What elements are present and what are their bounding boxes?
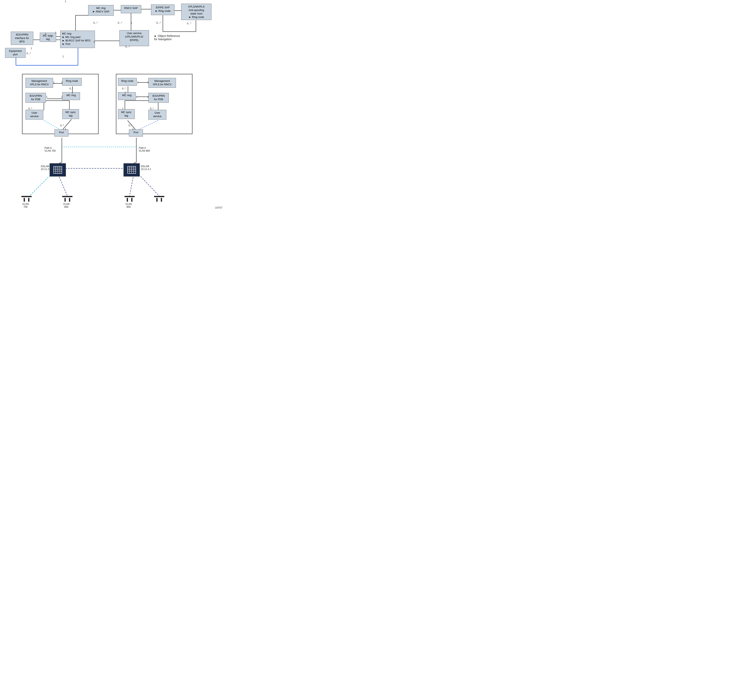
user-service-top-box: User service(VPLS/MVPLS/EPIPE) [119,30,149,46]
equipment-port-box: Equipmentport [5,48,26,58]
vlan-700-terminal: VLAN700 [22,196,32,207]
svg-line-37 [58,174,68,196]
path-a-label-R: Path AVLAN 800 [139,146,150,152]
vlan-800-FR-terminal [154,196,164,202]
main-diagram: IES/VPRN interface for BFD MC sync tag E… [0,0,224,210]
mc-sync-tag-R: MC synctag [118,109,135,119]
mult-L-0star1: 0..* [69,87,73,90]
figure-number: 19757 [215,206,223,209]
user-service-R: Userservice [148,110,166,120]
ring-node-L: Ring node [62,78,81,86]
path-a-label-L: Path AVLAN 700 [45,146,56,152]
mult-R-1e: 1 [148,95,149,98]
mult-1-mcring-rncv: 0...* [93,22,98,24]
mc-sync-tag-top-box: MC sync tag [40,33,56,42]
dslam-R-label: DSLAM10.11.4.1 [141,165,151,171]
mult-1-mc-ring2: 1 [63,55,64,58]
ies-vprn-fdb-L: IES/VPRNfor FDB [26,93,46,103]
mult-1-mc-user: 1 [94,40,95,43]
mult-R-0star2: 0..* [150,107,154,110]
mult-1-mc-sync: 1 [51,35,52,38]
mult-L-0star2: 0..* [28,107,32,110]
mult-1-equip: 0...* [26,52,31,55]
mgmt-vpls-rncv-L: ManagementVPLS for RNCV [26,78,53,88]
ring-node-R: Ring node [118,78,137,86]
mult-R-0star3: 0..* [129,124,132,127]
mult-L-1a: 1 [53,81,55,84]
mult-1-vpls: 0...* [187,22,191,25]
mc-ring-main-box: MC ring► MC ring peer► IB-RCC SAP for BF… [60,31,95,48]
mult-L-1e: 1 [61,95,63,98]
mult-L-0star3: 0..* [60,124,64,127]
dslam-L-label: DSLAM10.11.3.1 [41,165,51,171]
mult-R-1d: 1 [136,95,137,98]
mult-1-equip2: 1 [31,47,32,50]
mc-sync-tag-L: MC synctag [62,109,79,119]
mult-L-1c: 1 [72,91,73,94]
object-reference-label: ► Object Referencefor Navigation [154,34,180,41]
user-service-L: Userservice [26,110,43,120]
dslam-R [123,163,140,177]
svg-line-38 [130,174,134,196]
mult-1-mc-mcsync: 1 [45,32,46,35]
mult-1-rncv: 0...* [118,22,122,24]
vlan-800-R-terminal: VLAN800 [124,196,135,207]
mc-ring-rncv-box: MC ring► RNCV SAP [88,5,114,16]
vlan-800-L-terminal: VLAN800 [62,196,72,207]
mult-L-1b: 1 [61,81,63,84]
mult-1-ies-mc: 1 [55,31,57,34]
mult-R-1f: 1 [122,107,123,110]
port-R: Port [129,129,143,137]
mult-1-rncv2: 1 [131,22,132,24]
mc-ring-R: MC ring [118,92,136,100]
mult-L-1g: 1 [65,128,66,131]
dslam-L [49,163,66,177]
ies-vprn-bfd-box: IES/VPRN interface for BFD [11,32,33,45]
mult-R-0star1: 0..* [122,87,126,90]
mult-1-epipe: 0...* [156,22,161,24]
vpls-mvpls-box: VPLS/MVPLSAnti-spoofingstatic host► Ring… [181,4,211,20]
mult-R-1a: 1 [137,81,138,84]
mult-1-user: 0...* [125,45,130,48]
svg-line-39 [139,174,159,196]
mult-R-1b: 1 [148,81,149,84]
mult-R-1c: 1 [124,91,126,94]
svg-line-36 [29,174,52,196]
mgmt-vpls-rncv-R: ManagementVPLS for RNCV [148,78,176,88]
mult-L-1d: 1 [46,95,48,98]
rncv-sap-box: RNCV SAP [121,5,141,13]
mult-L-1f: 1 [65,0,66,3]
mult-R-1g: 1 [132,128,134,131]
mc-ring-L: MC ring [62,92,80,100]
ies-vprn-fdb-R: IES/VPRNfor FDB [148,93,169,103]
epipe-sap-box: EPIPE SAP► Ring node [151,5,175,15]
